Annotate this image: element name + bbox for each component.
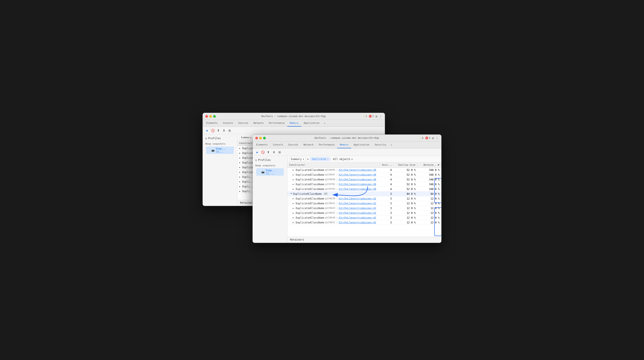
snapshot-icon-back: 📷 [212, 149, 214, 152]
download-btn-front[interactable]: ⬇ [272, 150, 276, 155]
table-row[interactable]: ▶ DuplicatedClassName @139649 □ XJrrEgL?… [288, 215, 441, 220]
maximize-button[interactable] [213, 115, 216, 118]
table-header-front: Constructor Dist... Shallow Size Retaine… [288, 162, 441, 168]
th-shallow-front: Shallow Size [394, 163, 418, 166]
tab-sources-front[interactable]: Sources [286, 142, 301, 148]
table-row[interactable]: ▶ DuplicatedClassName @139695 □ XJrrEgL?… [288, 168, 441, 172]
title-bar-back: DevTools - codepen.io/web-dot-dev/pen/XJ… [203, 113, 385, 120]
clear-btn-front[interactable]: 🚫 [260, 150, 265, 155]
equalizer-icon: ⚖ [205, 137, 207, 140]
table-row[interactable]: ▶ DuplicatedClassName @139701 □ XJrrEgL?… [288, 182, 441, 187]
warn-badge-front: ⚠ 6 [420, 137, 424, 139]
profiles-header-front: ⚖ Profiles [253, 158, 287, 162]
tab-network-back[interactable]: Network [251, 120, 266, 127]
expand-icon: ▶ [239, 162, 242, 164]
more-icon-front[interactable]: ⋮ [436, 136, 439, 140]
th-dist-front: Dist... [380, 163, 394, 166]
equalizer-icon-front: ⚖ [255, 158, 257, 162]
tab-console-front[interactable]: Console [270, 142, 286, 148]
snapshot-icon-front: 📷 [262, 170, 264, 173]
settings-icon-front[interactable]: ⚙ [432, 136, 434, 140]
summary-bar-front: Summary ▾ ⊘ duplicated ✕ All objects ▾ [288, 156, 441, 162]
snapshot-item-back[interactable]: 📷 Snap... (3.... [206, 147, 234, 154]
minimize-button[interactable] [209, 115, 212, 118]
maximize-button-front[interactable] [263, 137, 266, 139]
err-badge-front: ⛔ 5 [425, 137, 430, 139]
more-icon[interactable]: ⋮ [379, 115, 382, 118]
heap-snapshots-label-front: Heap snapshots [255, 164, 285, 167]
expand-icon: ▶ [239, 171, 242, 173]
table-row[interactable]: ▶ DuplicatedClassName @139697 □ XJrrEgL?… [288, 172, 441, 177]
summary-dropdown-front[interactable]: Summary ▾ [289, 157, 306, 161]
close-button[interactable] [205, 115, 208, 118]
close-button-front[interactable] [255, 137, 258, 139]
sidebar-back: ⚖ Profiles Heap snapshots 📷 Snap... (3..… [203, 134, 238, 205]
tab-more-front[interactable]: » [389, 142, 394, 148]
table-body-front: ▶ DuplicatedClassName @139695 □ XJrrEgL?… [288, 168, 441, 225]
download-btn-back[interactable]: ⬇ [222, 128, 226, 133]
toolbar-back: ● 🚫 ⬆ ⬇ ⊞ [203, 127, 385, 134]
table-row[interactable]: ▶ DuplicatedClassName @139647 □ XJrrEgL?… [288, 211, 441, 215]
filter-icon-front: ⊘ [307, 158, 308, 161]
title-bar-front: DevTools - codepen.io/web-dot-dev/pen/XJ… [253, 135, 441, 142]
table-row[interactable]: ▶ DuplicatedClassName @139651 □ XJrrEgL?… [288, 220, 441, 225]
collect-btn-back[interactable]: ⊞ [227, 128, 232, 133]
minimize-button-front[interactable] [259, 137, 262, 139]
group-row[interactable]: ▼ DuplicatedClassName ×7 3 84 0 % 84 0 % [288, 192, 441, 196]
tab-application-front[interactable]: Application [351, 142, 372, 148]
err-badge-back: ⛔ 2 [369, 115, 374, 118]
table-row[interactable]: ▶ DuplicatedClassName @139699 □ XJrrEgL?… [288, 177, 441, 182]
expand-icon: ▶ [239, 147, 242, 149]
clear-btn-back[interactable]: 🚫 [210, 128, 215, 133]
tab-console-back[interactable]: Console [220, 120, 236, 127]
title-bar-badges-back: ⚠ 2 ⛔ 2 ⚙ ⋮ [364, 115, 382, 118]
tab-elements-back[interactable]: Elements [204, 120, 220, 127]
settings-icon[interactable]: ⚙ [376, 115, 378, 118]
traffic-lights-back[interactable] [205, 115, 216, 118]
tab-memory-back[interactable]: Memory [287, 120, 301, 127]
collect-btn-front[interactable]: ⊞ [277, 150, 282, 155]
tab-performance-back[interactable]: Performance [266, 120, 287, 127]
table-row[interactable]: ▶ DuplicatedClassName @139641 □ XJrrEgL?… [288, 201, 441, 206]
expand-icon: ▶ [239, 166, 242, 168]
profiles-header-back: ⚖ Profiles [203, 136, 237, 141]
tab-bar-front: Elements Console Sources Network Perform… [253, 142, 441, 148]
sidebar-front: ⚖ Profiles Heap snapshots 📷 Snap... (1..… [253, 156, 288, 242]
tab-performance-front[interactable]: Performance [316, 142, 337, 148]
retainers-bar-front: Retainers [288, 237, 441, 242]
traffic-lights-front[interactable] [255, 137, 266, 139]
upload-btn-front[interactable]: ⬆ [266, 150, 271, 155]
tab-elements-front[interactable]: Elements [254, 142, 270, 148]
expand-icon: ▶ [239, 152, 242, 154]
tab-memory-front[interactable]: Memory [337, 142, 351, 148]
snapshot-item-front[interactable]: 📷 Snap... (1.... [256, 168, 284, 176]
tab-bar-back: Elements Console Sources Network Perform… [203, 120, 385, 127]
tab-more-back[interactable]: » [322, 120, 327, 127]
main-layout-front: ⚖ Profiles Heap snapshots 📷 Snap... (1..… [253, 156, 441, 242]
th-constructor-front: Constructor [288, 163, 380, 166]
devtools-window-front: DevTools - codepen.io/web-dot-dev/pen/XJ… [252, 134, 442, 243]
objects-arrow-icon-front: ▾ [351, 158, 353, 161]
window-title-back: DevTools - codepen.io/web-dot-dev/pen/XJ… [262, 115, 326, 118]
tab-application-back[interactable]: Application [301, 120, 322, 127]
table-row[interactable]: ▶ DuplicatedClassName @139639 □ XJrrEgL?… [288, 196, 441, 201]
heap-snapshots-label-back: Heap snapshots [205, 142, 235, 145]
dropdown-arrow-icon-front: ▾ [303, 158, 304, 161]
warn-badge-back: ⚠ 2 [364, 115, 367, 118]
filter-tag-front[interactable]: duplicated ✕ [310, 157, 330, 161]
tab-security-front[interactable]: Security [372, 142, 389, 148]
filter-remove-icon-front[interactable]: ✕ [327, 158, 328, 160]
tab-sources-back[interactable]: Sources [236, 120, 251, 127]
title-bar-badges-front: ⚠ 6 ⛔ 5 ⚙ ⋮ [420, 136, 439, 140]
table-row[interactable]: ▶ DuplicatedClassName @139703 □ XJrrEgL?… [288, 187, 441, 192]
objects-dropdown-front[interactable]: All objects ▾ [332, 157, 354, 161]
expand-icon: ▶ [239, 157, 242, 159]
upload-btn-back[interactable]: ⬆ [216, 128, 221, 133]
th-retained-front: Retaine...▼ [418, 163, 441, 166]
record-btn-front[interactable]: ● [254, 150, 260, 155]
content-area-front: Summary ▾ ⊘ duplicated ✕ All objects ▾ [288, 156, 441, 242]
tab-network-front[interactable]: Network [301, 142, 316, 148]
record-btn-back[interactable]: ● [204, 128, 210, 133]
table-row[interactable]: ▶ DuplicatedClassName @139643 □ XJrrEgL?… [288, 206, 441, 211]
window-title-front: DevTools - codepen.io/web-dot-dev/pen/XJ… [314, 137, 379, 139]
